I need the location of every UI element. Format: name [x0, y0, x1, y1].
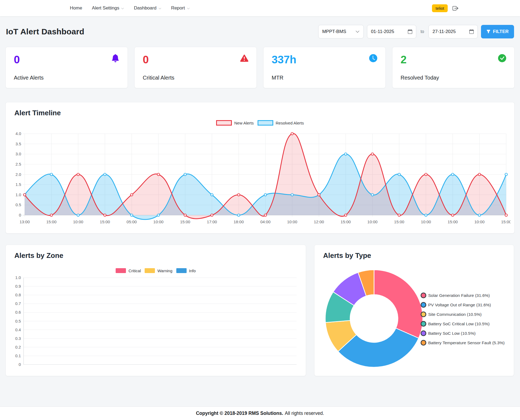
date-to-value: 27-11-2025	[433, 29, 456, 34]
device-select-value: MPPT-BMS	[322, 29, 346, 34]
legend-label: New Alerts	[234, 121, 254, 125]
svg-text:0.6: 0.6	[15, 310, 21, 314]
nav-item-home[interactable]: Home	[70, 5, 82, 11]
svg-text:4.0: 4.0	[15, 131, 21, 136]
legend-item-info[interactable]: Info	[176, 268, 196, 273]
device-select[interactable]: MPPT-BMS	[318, 25, 364, 38]
legend-label: Critical	[128, 268, 141, 273]
user-badge[interactable]: teliot	[432, 4, 448, 12]
filter-button[interactable]: FILTER	[481, 25, 514, 38]
legend-swatch	[176, 268, 187, 273]
svg-text:1.5: 1.5	[15, 182, 21, 187]
funnel-icon	[486, 29, 490, 34]
svg-text:15:00: 15:00	[448, 219, 458, 224]
legend-item-battery-soc-critical-low[interactable]: Battery SoC Critical Low (10.5%)	[421, 321, 505, 327]
legend-item-solar-generation-failure[interactable]: Solar Generation Failure (31.6%)	[421, 293, 505, 298]
footer: Copyright © 2018-2019 RMS Solutions. All…	[0, 406, 520, 420]
legend-label: Battery SoC Critical Low (10.5%)	[428, 321, 490, 326]
svg-text:0.9: 0.9	[15, 284, 21, 288]
legend-item-battery-soc-low[interactable]: Battery SoC Low (10.5%)	[421, 330, 505, 336]
svg-text:13:00: 13:00	[20, 219, 30, 224]
calendar-icon[interactable]	[408, 29, 412, 34]
legend-item-new-alerts[interactable]: New Alerts	[216, 120, 254, 126]
svg-text:10:00: 10:00	[287, 219, 297, 224]
legend-swatch	[258, 120, 273, 126]
legend-label: Warning	[157, 268, 172, 273]
to-label: to	[420, 29, 425, 34]
legend-label: Battery SoC Low (10.5%)	[428, 331, 476, 336]
nav-item-dashboard[interactable]: Dashboard	[134, 5, 161, 11]
alerts-by-type-plot	[316, 261, 435, 380]
legend-item-resolved-alerts[interactable]: Resolved Alerts	[258, 120, 304, 126]
svg-text:0.5: 0.5	[15, 202, 21, 207]
date-to-input[interactable]: 27-11-2025	[428, 25, 478, 38]
svg-text:1.0: 1.0	[15, 192, 21, 197]
legend-item-pv-voltage-out-of-range[interactable]: PV Voltage Out of Range (31.6%)	[421, 302, 505, 308]
legend-label: Solar Generation Failure (31.6%)	[428, 293, 490, 298]
chart-title: Alert Timeline	[14, 109, 61, 117]
date-from-value: 01-11-2025	[371, 29, 394, 34]
legend-label: Site Communication (10.5%)	[428, 312, 482, 317]
chevron-down-icon	[158, 7, 161, 10]
svg-text:15:00: 15:00	[501, 219, 511, 224]
stat-card-mtr: 337h MTR	[263, 47, 386, 88]
zone-legend: Critical Warning Info	[6, 268, 306, 273]
svg-text:10:00: 10:00	[421, 219, 431, 224]
svg-text:0.8: 0.8	[15, 293, 21, 297]
stat-value: 337h	[272, 54, 377, 65]
filter-button-label: FILTER	[493, 29, 509, 34]
clock-icon	[369, 54, 377, 62]
alert-timeline-card: Alert Timeline New Alerts Resolved Alert…	[5, 102, 515, 234]
legend-label: Resolved Alerts	[276, 121, 304, 125]
stat-value: 0	[143, 54, 248, 65]
alerts-by-type-card: Alerts by Type Solar Generation Failure …	[314, 245, 514, 376]
calendar-icon[interactable]	[469, 29, 474, 34]
svg-text:12:00: 12:00	[314, 219, 324, 224]
alerts-by-zone-plot: 1.00.90.80.70.60.50.40.30.20.10	[14, 274, 298, 368]
navbar: Home Alert Settings Dashboard Report tel…	[0, 0, 520, 16]
svg-text:0.2: 0.2	[15, 345, 21, 349]
chart-title: Alerts by Type	[323, 251, 371, 260]
legend-item-site-communication[interactable]: Site Communication (10.5%)	[421, 311, 505, 317]
svg-text:10:00: 10:00	[73, 219, 83, 224]
svg-text:15:00: 15:00	[180, 219, 190, 224]
nav-item-alert-settings[interactable]: Alert Settings	[92, 5, 124, 11]
svg-text:2.0: 2.0	[15, 172, 21, 177]
nav-item-report[interactable]: Report	[171, 5, 190, 11]
rights-text: All rights reserved.	[285, 411, 324, 416]
chart-title: Alerts by Zone	[14, 251, 63, 260]
stat-value: 2	[401, 54, 506, 65]
legend-label: Battery Temperature Sensor Fault (5.3%)	[428, 340, 505, 345]
svg-text:0: 0	[19, 213, 21, 217]
svg-text:0.1: 0.1	[15, 353, 21, 358]
copyright-text: Copyright © 2018-2019 RMS Solutions.	[196, 411, 283, 416]
iot-alert-dashboard-page: Home Alert Settings Dashboard Report tel…	[0, 0, 520, 420]
legend-swatch	[116, 268, 126, 273]
svg-text:05:00: 05:00	[126, 219, 137, 224]
stat-label: MTR	[272, 75, 283, 81]
logout-icon[interactable]	[453, 5, 458, 11]
legend-swatch	[421, 293, 426, 298]
svg-text:0.4: 0.4	[15, 327, 21, 332]
legend-swatch	[145, 268, 155, 273]
chevron-down-icon	[187, 7, 190, 10]
svg-text:0: 0	[19, 362, 21, 367]
legend-item-battery-temperature-sensor-fault[interactable]: Battery Temperature Sensor Fault (5.3%)	[421, 340, 505, 346]
date-from-input[interactable]: 01-11-2025	[367, 25, 416, 38]
legend-item-warning[interactable]: Warning	[145, 268, 172, 273]
svg-text:10:00: 10:00	[153, 219, 164, 224]
chevron-down-icon	[355, 29, 360, 34]
svg-text:0.5: 0.5	[15, 319, 21, 323]
stat-card-active-alerts: 0 Active Alerts	[5, 47, 128, 88]
alert-timeline-plot: 4.03.53.02.52.01.51.00.5013:0015:0010:00…	[10, 129, 511, 227]
page-header: IoT Alert Dashboard MPPT-BMS 01-11-2025 …	[0, 16, 520, 47]
legend-item-critical[interactable]: Critical	[116, 268, 141, 273]
stat-value: 0	[14, 54, 119, 65]
type-legend: Solar Generation Failure (31.6%) PV Volt…	[421, 293, 505, 346]
svg-text:15:00: 15:00	[394, 219, 404, 224]
svg-text:3.0: 3.0	[15, 152, 21, 156]
legend-label: Info	[189, 268, 196, 273]
nav-item-label: Alert Settings	[92, 5, 119, 11]
legend-swatch	[421, 311, 426, 317]
stat-cards: 0 Active Alerts 0 Critical Alerts 337h M…	[5, 47, 515, 88]
